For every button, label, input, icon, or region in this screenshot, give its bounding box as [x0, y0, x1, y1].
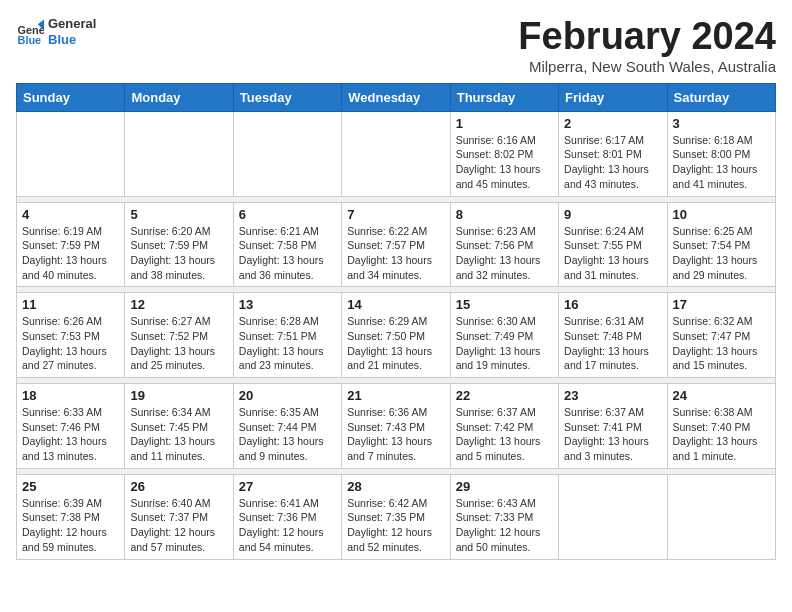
day-info: Sunrise: 6:18 AMSunset: 8:00 PMDaylight:… — [673, 133, 770, 192]
calendar-cell: 7Sunrise: 6:22 AMSunset: 7:57 PMDaylight… — [342, 202, 450, 287]
day-number: 4 — [22, 207, 119, 222]
title-area: February 2024 Milperra, New South Wales,… — [518, 16, 776, 75]
day-number: 17 — [673, 297, 770, 312]
day-info: Sunrise: 6:26 AMSunset: 7:53 PMDaylight:… — [22, 314, 119, 373]
day-info: Sunrise: 6:37 AMSunset: 7:41 PMDaylight:… — [564, 405, 661, 464]
day-number: 5 — [130, 207, 227, 222]
day-info: Sunrise: 6:24 AMSunset: 7:55 PMDaylight:… — [564, 224, 661, 283]
calendar-cell: 10Sunrise: 6:25 AMSunset: 7:54 PMDayligh… — [667, 202, 775, 287]
calendar-header-row: SundayMondayTuesdayWednesdayThursdayFrid… — [17, 83, 776, 111]
day-info: Sunrise: 6:25 AMSunset: 7:54 PMDaylight:… — [673, 224, 770, 283]
day-info: Sunrise: 6:35 AMSunset: 7:44 PMDaylight:… — [239, 405, 336, 464]
day-info: Sunrise: 6:23 AMSunset: 7:56 PMDaylight:… — [456, 224, 553, 283]
calendar-cell: 19Sunrise: 6:34 AMSunset: 7:45 PMDayligh… — [125, 384, 233, 469]
day-info: Sunrise: 6:40 AMSunset: 7:37 PMDaylight:… — [130, 496, 227, 555]
weekday-header-tuesday: Tuesday — [233, 83, 341, 111]
weekday-header-friday: Friday — [559, 83, 667, 111]
day-info: Sunrise: 6:30 AMSunset: 7:49 PMDaylight:… — [456, 314, 553, 373]
calendar-cell: 24Sunrise: 6:38 AMSunset: 7:40 PMDayligh… — [667, 384, 775, 469]
calendar-cell: 17Sunrise: 6:32 AMSunset: 7:47 PMDayligh… — [667, 293, 775, 378]
day-number: 27 — [239, 479, 336, 494]
calendar-cell: 21Sunrise: 6:36 AMSunset: 7:43 PMDayligh… — [342, 384, 450, 469]
calendar-week-4: 18Sunrise: 6:33 AMSunset: 7:46 PMDayligh… — [17, 384, 776, 469]
weekday-header-sunday: Sunday — [17, 83, 125, 111]
day-info: Sunrise: 6:36 AMSunset: 7:43 PMDaylight:… — [347, 405, 444, 464]
day-info: Sunrise: 6:39 AMSunset: 7:38 PMDaylight:… — [22, 496, 119, 555]
day-number: 13 — [239, 297, 336, 312]
page-title: February 2024 — [518, 16, 776, 58]
calendar-cell: 9Sunrise: 6:24 AMSunset: 7:55 PMDaylight… — [559, 202, 667, 287]
calendar-cell — [125, 111, 233, 196]
day-number: 7 — [347, 207, 444, 222]
day-number: 11 — [22, 297, 119, 312]
day-number: 28 — [347, 479, 444, 494]
day-info: Sunrise: 6:19 AMSunset: 7:59 PMDaylight:… — [22, 224, 119, 283]
calendar-cell: 26Sunrise: 6:40 AMSunset: 7:37 PMDayligh… — [125, 474, 233, 559]
day-number: 20 — [239, 388, 336, 403]
calendar-week-5: 25Sunrise: 6:39 AMSunset: 7:38 PMDayligh… — [17, 474, 776, 559]
day-info: Sunrise: 6:43 AMSunset: 7:33 PMDaylight:… — [456, 496, 553, 555]
day-number: 21 — [347, 388, 444, 403]
calendar-cell: 18Sunrise: 6:33 AMSunset: 7:46 PMDayligh… — [17, 384, 125, 469]
calendar-cell: 4Sunrise: 6:19 AMSunset: 7:59 PMDaylight… — [17, 202, 125, 287]
calendar-cell — [559, 474, 667, 559]
day-number: 6 — [239, 207, 336, 222]
calendar-week-3: 11Sunrise: 6:26 AMSunset: 7:53 PMDayligh… — [17, 293, 776, 378]
calendar-cell: 15Sunrise: 6:30 AMSunset: 7:49 PMDayligh… — [450, 293, 558, 378]
logo-line2: Blue — [48, 32, 96, 48]
page-subtitle: Milperra, New South Wales, Australia — [518, 58, 776, 75]
day-number: 1 — [456, 116, 553, 131]
calendar-cell: 1Sunrise: 6:16 AMSunset: 8:02 PMDaylight… — [450, 111, 558, 196]
day-number: 25 — [22, 479, 119, 494]
day-info: Sunrise: 6:34 AMSunset: 7:45 PMDaylight:… — [130, 405, 227, 464]
calendar-cell: 23Sunrise: 6:37 AMSunset: 7:41 PMDayligh… — [559, 384, 667, 469]
calendar-cell: 25Sunrise: 6:39 AMSunset: 7:38 PMDayligh… — [17, 474, 125, 559]
day-number: 19 — [130, 388, 227, 403]
day-info: Sunrise: 6:42 AMSunset: 7:35 PMDaylight:… — [347, 496, 444, 555]
day-info: Sunrise: 6:31 AMSunset: 7:48 PMDaylight:… — [564, 314, 661, 373]
calendar-cell: 5Sunrise: 6:20 AMSunset: 7:59 PMDaylight… — [125, 202, 233, 287]
day-info: Sunrise: 6:33 AMSunset: 7:46 PMDaylight:… — [22, 405, 119, 464]
day-number: 10 — [673, 207, 770, 222]
calendar-cell: 22Sunrise: 6:37 AMSunset: 7:42 PMDayligh… — [450, 384, 558, 469]
calendar-cell: 13Sunrise: 6:28 AMSunset: 7:51 PMDayligh… — [233, 293, 341, 378]
day-number: 15 — [456, 297, 553, 312]
calendar-cell — [233, 111, 341, 196]
day-info: Sunrise: 6:38 AMSunset: 7:40 PMDaylight:… — [673, 405, 770, 464]
day-number: 12 — [130, 297, 227, 312]
calendar-week-2: 4Sunrise: 6:19 AMSunset: 7:59 PMDaylight… — [17, 202, 776, 287]
calendar-cell — [667, 474, 775, 559]
calendar-cell: 2Sunrise: 6:17 AMSunset: 8:01 PMDaylight… — [559, 111, 667, 196]
day-number: 14 — [347, 297, 444, 312]
calendar-body: 1Sunrise: 6:16 AMSunset: 8:02 PMDaylight… — [17, 111, 776, 559]
weekday-header-wednesday: Wednesday — [342, 83, 450, 111]
header: General Blue General Blue February 2024 … — [16, 16, 776, 75]
calendar-cell: 14Sunrise: 6:29 AMSunset: 7:50 PMDayligh… — [342, 293, 450, 378]
logo-icon: General Blue — [16, 18, 44, 46]
calendar-cell — [17, 111, 125, 196]
day-info: Sunrise: 6:17 AMSunset: 8:01 PMDaylight:… — [564, 133, 661, 192]
calendar-week-1: 1Sunrise: 6:16 AMSunset: 8:02 PMDaylight… — [17, 111, 776, 196]
svg-text:Blue: Blue — [18, 34, 42, 46]
weekday-header-thursday: Thursday — [450, 83, 558, 111]
logo-line1: General — [48, 16, 96, 32]
day-info: Sunrise: 6:27 AMSunset: 7:52 PMDaylight:… — [130, 314, 227, 373]
calendar-table: SundayMondayTuesdayWednesdayThursdayFrid… — [16, 83, 776, 560]
day-number: 18 — [22, 388, 119, 403]
day-number: 24 — [673, 388, 770, 403]
day-info: Sunrise: 6:37 AMSunset: 7:42 PMDaylight:… — [456, 405, 553, 464]
day-number: 16 — [564, 297, 661, 312]
day-number: 23 — [564, 388, 661, 403]
calendar-cell: 16Sunrise: 6:31 AMSunset: 7:48 PMDayligh… — [559, 293, 667, 378]
logo: General Blue General Blue — [16, 16, 96, 47]
day-info: Sunrise: 6:28 AMSunset: 7:51 PMDaylight:… — [239, 314, 336, 373]
day-number: 26 — [130, 479, 227, 494]
day-number: 8 — [456, 207, 553, 222]
day-info: Sunrise: 6:16 AMSunset: 8:02 PMDaylight:… — [456, 133, 553, 192]
day-info: Sunrise: 6:29 AMSunset: 7:50 PMDaylight:… — [347, 314, 444, 373]
calendar-cell: 6Sunrise: 6:21 AMSunset: 7:58 PMDaylight… — [233, 202, 341, 287]
day-info: Sunrise: 6:22 AMSunset: 7:57 PMDaylight:… — [347, 224, 444, 283]
weekday-header-saturday: Saturday — [667, 83, 775, 111]
day-info: Sunrise: 6:21 AMSunset: 7:58 PMDaylight:… — [239, 224, 336, 283]
calendar-cell: 12Sunrise: 6:27 AMSunset: 7:52 PMDayligh… — [125, 293, 233, 378]
